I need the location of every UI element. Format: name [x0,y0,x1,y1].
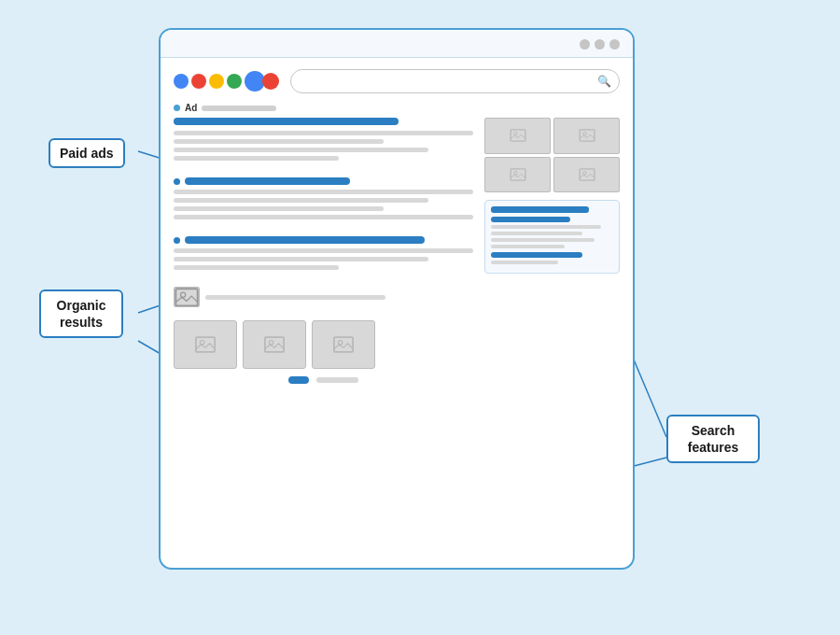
paid-ads-annotation: Paid ads [49,138,125,168]
org1-line-2 [174,198,428,203]
pagination [174,376,473,384]
ad-title-bar [174,118,399,125]
svg-rect-11 [334,337,353,352]
search-icon: 🔍 [597,75,611,88]
organic-results-annotation: Organic results [39,289,123,338]
logo-circle-6 [262,73,279,90]
svg-point-6 [181,292,186,297]
dot-3 [609,39,620,49]
right-title-1 [491,206,589,213]
svg-rect-15 [580,130,595,141]
svg-rect-7 [196,337,215,352]
svg-rect-9 [265,337,284,352]
logo-circle-3 [209,74,224,89]
browser-chrome [161,30,633,58]
thumb-1 [484,118,551,154]
ad-line [202,106,276,111]
logo-circle-4 [227,74,242,89]
browser-dots [580,39,620,49]
org2-line-2 [174,257,428,261]
right-column [484,118,620,538]
svg-rect-13 [511,130,525,141]
svg-point-18 [513,171,517,175]
page-indicator [316,377,358,383]
logo [174,71,279,92]
browser-content: 🔍 Ad [161,58,633,555]
dot-1 [580,39,590,49]
thumb-3 [484,157,551,193]
organic-title-2 [185,236,425,244]
ad-line-4 [174,156,339,161]
main-layout [174,118,620,538]
svg-rect-19 [580,169,595,180]
organic-result-1 [174,177,473,223]
svg-point-8 [200,341,204,346]
right-line-3 [491,238,595,242]
right-line-5 [491,261,558,264]
svg-point-14 [513,133,517,136]
logo-circle-1 [174,74,189,89]
svg-point-16 [582,133,586,136]
search-features-label-line1: Search [692,423,735,438]
svg-point-10 [269,341,273,346]
right-line-4 [491,245,565,248]
right-accent-2 [491,252,582,258]
ad-line-1 [174,131,473,135]
bottom-thumb-2 [243,320,306,369]
right-text-panel [484,200,620,274]
browser-window: 🔍 Ad [159,28,635,570]
ad-row: Ad [174,103,620,113]
right-line-1 [491,225,601,229]
bottom-thumb-3 [312,320,375,369]
org1-line-4 [174,215,473,219]
svg-point-12 [338,341,343,346]
page-prev[interactable] [288,376,309,384]
organic-dot-1 [174,178,180,185]
thumbnail-grid [484,118,620,192]
ad-dot [174,105,180,111]
search-features-label-line2: features [688,440,738,455]
top-bar: 🔍 [174,69,620,93]
organic-result-2 [174,236,473,274]
org2-line-3 [174,265,339,270]
svg-rect-5 [175,289,197,305]
org1-line-3 [174,206,384,211]
small-thumb-1 [174,287,200,307]
small-image-row [174,287,473,307]
ad-line-2 [174,139,384,144]
ad-label: Ad [185,103,197,113]
left-column [174,118,473,538]
svg-rect-17 [511,169,525,180]
thumb-4 [553,157,620,193]
right-line-2 [491,232,582,235]
paid-ad-result [174,118,473,164]
svg-point-20 [582,171,586,175]
search-features-annotation: Search features [666,415,760,463]
logo-circle-2 [191,74,206,89]
dot-2 [595,39,605,49]
ad-line-3 [174,148,428,152]
org1-line-1 [174,190,473,194]
thumb-2 [553,118,620,154]
bottom-thumb-1 [174,320,237,369]
paid-ads-label: Paid ads [60,146,114,161]
organic-dot-2 [174,237,180,244]
right-accent-1 [491,217,570,222]
bottom-images [174,320,473,369]
org2-line-1 [174,248,473,253]
search-bar[interactable]: 🔍 [290,69,620,93]
organic-results-label-line1: Organic [57,298,106,313]
organic-results-label-line2: results [60,315,103,330]
small-img-line [205,295,385,300]
organic-title-1 [185,177,350,185]
